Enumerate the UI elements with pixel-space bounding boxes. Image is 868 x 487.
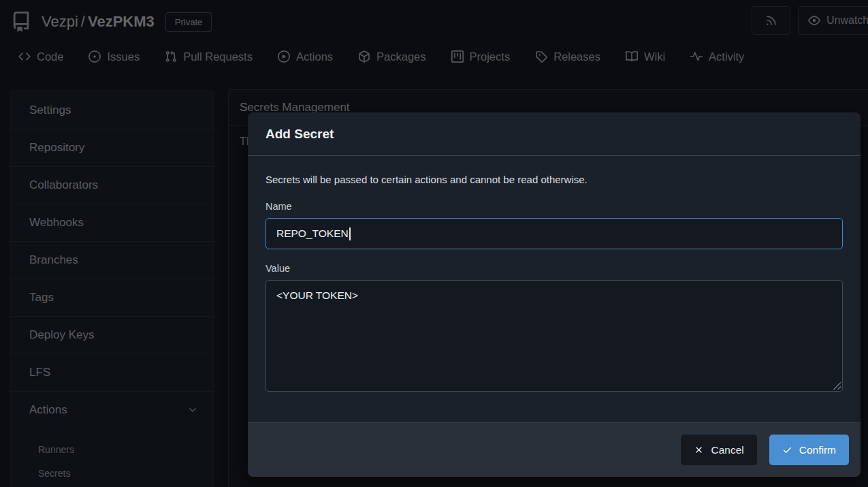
value-field-label: Value: [266, 263, 843, 274]
cancel-button[interactable]: Cancel: [681, 435, 756, 465]
x-icon: [694, 445, 704, 455]
modal-footer: Cancel Confirm: [248, 422, 861, 477]
name-field-label: Name: [266, 201, 843, 212]
text-caret: [349, 227, 351, 240]
modal-description: Secrets will be passed to certain action…: [266, 174, 843, 185]
page: Vezpi / VezPKM3 Private Unwatch Code Iss…: [0, 0, 868, 487]
secret-name-value: REPO_TOKEN: [276, 227, 349, 240]
modal-body: Secrets will be passed to certain action…: [248, 156, 861, 392]
add-secret-modal: Add Secret Secrets will be passed to cer…: [248, 112, 861, 477]
modal-title: Add Secret: [248, 112, 861, 156]
textarea-resize-handle[interactable]: [832, 381, 841, 390]
secret-value-textarea[interactable]: <YOUR TOKEN>: [266, 280, 843, 392]
confirm-button[interactable]: Confirm: [769, 435, 849, 465]
confirm-label: Confirm: [799, 444, 836, 456]
cancel-label: Cancel: [711, 444, 743, 456]
check-icon: [782, 445, 792, 455]
secret-value-text: <YOUR TOKEN>: [276, 289, 358, 301]
secret-name-input[interactable]: REPO_TOKEN: [266, 218, 843, 249]
